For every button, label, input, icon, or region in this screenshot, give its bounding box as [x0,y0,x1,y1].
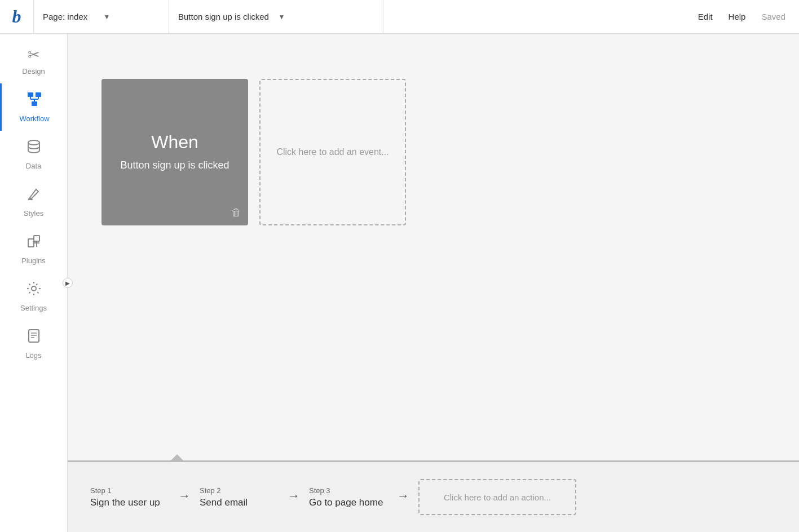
saved-status: Saved [761,12,785,21]
step-2-number: Step 2 [200,486,279,495]
settings-icon [26,281,42,300]
body-layout: ✂ Design Workflow [0,34,799,532]
sidebar-item-styles[interactable]: Styles [0,178,67,225]
workflow-selector-chevron-icon: ▼ [279,13,374,21]
help-button[interactable]: Help [729,12,746,21]
logs-icon [26,328,42,348]
svg-point-7 [28,140,39,145]
styles-icon [26,186,42,206]
page-selector-label: Page: index [43,12,99,21]
page-selector-chevron-icon: ▼ [104,13,160,21]
trash-icon[interactable]: 🗑 [231,207,241,219]
scissors-icon: ✂ [28,46,40,64]
svg-rect-9 [28,239,34,247]
sidebar-item-data-label: Data [26,162,41,170]
step-arrow-1: → [178,489,191,506]
step-arrow-2: → [288,489,300,506]
sidebar-item-workflow[interactable]: Workflow [0,83,67,131]
workflow-canvas[interactable]: When Button sign up is clicked 🗑 Click h… [68,34,799,460]
add-action-box[interactable]: Click here to add an action... [418,479,576,515]
topbar-actions: Edit Help Saved [685,12,799,21]
step-2-name: Send email [200,497,279,508]
sidebar-item-workflow-label: Workflow [19,114,49,123]
workflow-selector[interactable]: Button sign up is clicked ▼ [169,0,383,33]
sidebar-item-logs[interactable]: Logs [0,320,67,367]
svg-point-13 [32,286,36,291]
svg-rect-1 [36,92,41,97]
add-action-label: Click here to add an action... [444,493,551,502]
when-title: When [151,132,198,153]
page-selector[interactable]: Page: index ▼ [34,0,169,33]
svg-rect-2 [32,101,37,106]
topbar: b Page: index ▼ Button sign up is clicke… [0,0,799,34]
canvas-inner: When Button sign up is clicked 🗑 Click h… [68,34,799,248]
step-3-name: Go to page home [309,497,388,508]
when-subtitle: Button sign up is clicked [109,158,240,172]
app-logo: b [0,0,34,33]
workflow-icon [27,91,42,111]
sidebar-item-design[interactable]: ✂ Design [0,38,67,83]
when-row: When Button sign up is clicked 🗑 Click h… [101,79,754,225]
steps-panel: Step 1 Sign the user up → Step 2 Send em… [68,460,799,532]
svg-rect-14 [29,330,39,342]
sidebar-item-logs-label: Logs [25,351,41,360]
add-event-box[interactable]: Click here to add an event... [259,79,406,225]
when-card[interactable]: When Button sign up is clicked 🗑 [101,79,248,225]
svg-rect-10 [34,236,39,241]
step-item-3[interactable]: Step 3 Go to page home [309,486,388,508]
step-arrow-3: → [397,489,409,506]
sidebar-expand-button[interactable]: ▶ [63,278,73,288]
workflow-selector-label: Button sign up is clicked [178,12,274,21]
plugins-icon [26,233,42,253]
step-3-number: Step 3 [309,486,388,495]
steps-panel-arrow [169,454,185,462]
add-event-label: Click here to add an event... [276,147,389,157]
step-item-2[interactable]: Step 2 Send email [200,486,279,508]
data-icon [26,139,42,158]
main-content: When Button sign up is clicked 🗑 Click h… [68,34,799,532]
edit-button[interactable]: Edit [698,12,713,21]
svg-rect-0 [28,92,33,97]
step-1-number: Step 1 [90,486,169,495]
sidebar-item-settings[interactable]: Settings [0,273,67,320]
sidebar-item-design-label: Design [22,67,45,76]
sidebar-item-settings-label: Settings [20,304,47,312]
step-1-name: Sign the user up [90,497,169,508]
step-item-1[interactable]: Step 1 Sign the user up [90,486,169,508]
sidebar-item-plugins-label: Plugins [21,256,46,265]
steps-inner: Step 1 Sign the user up → Step 2 Send em… [68,462,799,532]
sidebar-item-data[interactable]: Data [0,131,67,178]
sidebar: ✂ Design Workflow [0,34,68,532]
logo-b-icon: b [12,6,21,27]
sidebar-item-plugins[interactable]: Plugins [0,225,67,273]
sidebar-item-styles-label: Styles [24,209,43,218]
